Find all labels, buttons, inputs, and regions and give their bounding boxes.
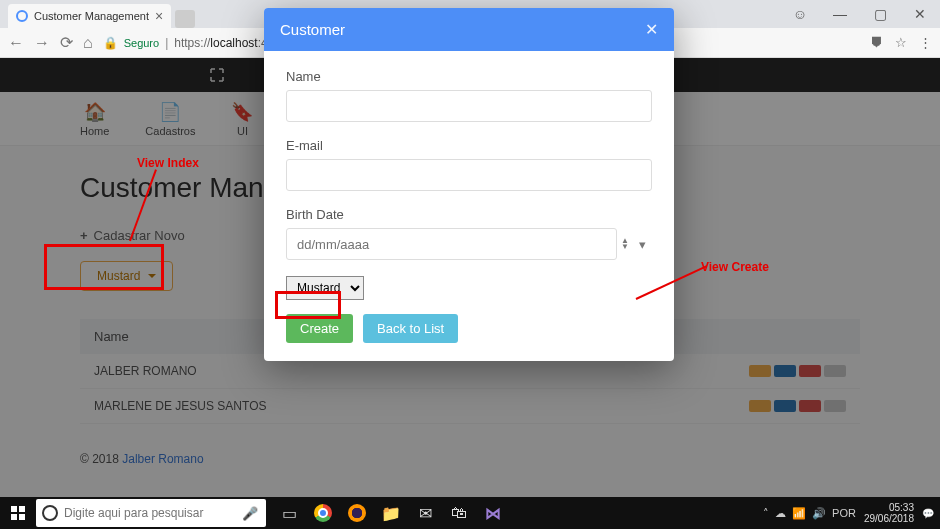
back-icon[interactable]: ←	[8, 34, 24, 52]
new-tab-button[interactable]	[175, 10, 195, 28]
mustard-select[interactable]: Mustard	[286, 276, 364, 300]
mail-icon[interactable]: ✉	[408, 497, 442, 529]
chrome-icon[interactable]	[306, 497, 340, 529]
close-icon[interactable]: ×	[155, 8, 163, 24]
minimize-icon[interactable]: —	[820, 0, 860, 28]
start-button[interactable]	[0, 506, 36, 520]
language-indicator: POR	[832, 507, 856, 520]
onedrive-icon: ☁	[775, 507, 786, 520]
create-button[interactable]: Create	[286, 314, 353, 343]
modal-title: Customer	[280, 21, 345, 38]
window-controls: ☺ — ▢ ✕	[780, 0, 940, 28]
birth-date-field[interactable]	[286, 228, 617, 260]
taskbar-clock[interactable]: 05:33 29/06/2018	[864, 502, 914, 524]
date-spinner[interactable]: ▲▼	[617, 238, 633, 250]
notifications-icon[interactable]: 💬	[922, 508, 934, 519]
windows-taskbar: 🎤 ▭ 📁 ✉ 🛍 ⋈ ˄ ☁ 📶 🔊 POR 05:33 29/06/2018…	[0, 497, 940, 529]
explorer-icon[interactable]: 📁	[374, 497, 408, 529]
tab-title: Customer Management	[34, 10, 149, 22]
mic-icon[interactable]: 🎤	[234, 506, 266, 521]
chevron-up-icon: ˄	[763, 507, 769, 520]
star-icon[interactable]: ☆	[895, 35, 907, 50]
svg-rect-3	[19, 514, 25, 520]
tab-favicon	[16, 10, 28, 22]
close-icon[interactable]: ✕	[645, 20, 658, 39]
maximize-icon[interactable]: ▢	[860, 0, 900, 28]
secure-label: Seguro	[124, 37, 159, 49]
extension-icon[interactable]: ⛊	[870, 35, 883, 50]
cortana-icon	[36, 505, 64, 521]
menu-icon[interactable]: ⋮	[919, 35, 932, 50]
close-window-icon[interactable]: ✕	[900, 0, 940, 28]
wifi-icon: 📶	[792, 507, 806, 520]
store-icon[interactable]: 🛍	[442, 497, 476, 529]
svg-rect-0	[11, 506, 17, 512]
forward-icon[interactable]: →	[34, 34, 50, 52]
taskbar-search[interactable]: 🎤	[36, 499, 266, 527]
customer-modal: Customer ✕ Name E-mail Birth Date ▲▼ ▾ M…	[264, 8, 674, 361]
back-to-list-button[interactable]: Back to List	[363, 314, 458, 343]
home-icon[interactable]: ⌂	[83, 34, 93, 52]
tray-icons[interactable]: ˄ ☁ 📶 🔊 POR	[763, 507, 856, 520]
vs-icon[interactable]: ⋈	[476, 497, 510, 529]
name-label: Name	[286, 69, 652, 84]
name-field[interactable]	[286, 90, 652, 122]
lock-icon: 🔒	[103, 36, 118, 50]
task-view-icon[interactable]: ▭	[272, 497, 306, 529]
svg-rect-2	[11, 514, 17, 520]
chevron-down-icon[interactable]: ▾	[633, 237, 652, 252]
email-field[interactable]	[286, 159, 652, 191]
browser-tab[interactable]: Customer Management ×	[8, 4, 171, 28]
svg-rect-1	[19, 506, 25, 512]
user-icon[interactable]: ☺	[780, 0, 820, 28]
search-input[interactable]	[64, 506, 234, 520]
volume-icon: 🔊	[812, 507, 826, 520]
reload-icon[interactable]: ⟳	[60, 33, 73, 52]
email-label: E-mail	[286, 138, 652, 153]
firefox-icon[interactable]	[340, 497, 374, 529]
birth-label: Birth Date	[286, 207, 652, 222]
